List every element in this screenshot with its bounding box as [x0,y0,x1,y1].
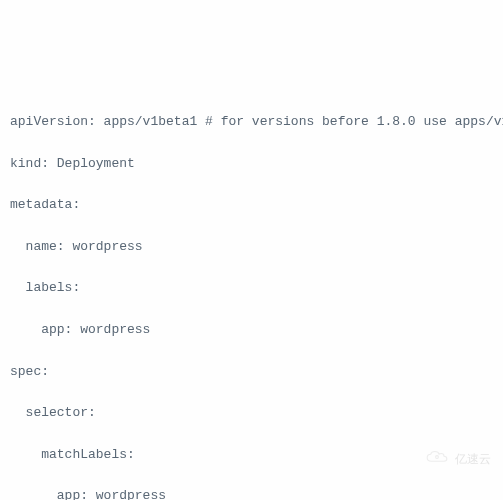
watermark-text: 亿速云 [455,450,491,469]
code-line: selector: [10,403,493,424]
code-line: apiVersion: apps/v1beta1 # for versions … [10,112,493,133]
code-line: name: wordpress [10,237,493,258]
watermark: 亿速云 [410,427,491,492]
code-line: kind: Deployment [10,154,493,175]
code-line: labels: [10,278,493,299]
code-line: spec: [10,362,493,383]
cloud-icon [410,427,451,492]
svg-point-0 [436,455,439,458]
code-line: app: wordpress [10,320,493,341]
code-line: metadata: [10,195,493,216]
